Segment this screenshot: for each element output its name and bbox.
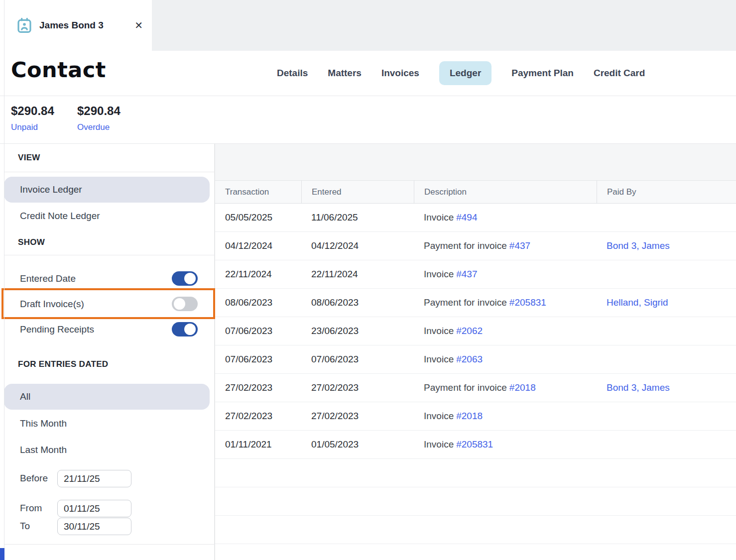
- invoice-number-link[interactable]: #205831: [509, 297, 546, 308]
- paid-by-cell: Bond 3, James: [597, 374, 736, 402]
- description-cell: Invoice#205831: [414, 431, 597, 458]
- entered-date-cell: 07/06/2023: [301, 345, 414, 373]
- entered-date-cell: 04/12/2024: [301, 232, 414, 260]
- description-cell: Invoice#437: [414, 260, 597, 288]
- paid-by-cell: [597, 204, 736, 231]
- nav-tab-payment-plan[interactable]: Payment Plan: [511, 61, 574, 85]
- summary-amount: $290.84: [11, 104, 54, 118]
- close-icon[interactable]: ✕: [134, 20, 143, 30]
- ledger-row: 27/02/2023 27/02/2023 Payment for invoic…: [215, 374, 736, 402]
- invoice-number-link[interactable]: #2062: [456, 326, 483, 336]
- invoice-number-link[interactable]: #437: [456, 269, 477, 279]
- tab-strip: James Bond 3 ✕: [0, 0, 736, 51]
- invoice-number-link[interactable]: #494: [456, 212, 477, 223]
- sidebar-item-all[interactable]: All: [4, 384, 210, 410]
- description-text: Invoice: [424, 212, 454, 223]
- unpaid-link[interactable]: Unpaid: [11, 122, 54, 132]
- ledger-row: 07/06/2023 07/06/2023 Invoice#2063: [215, 345, 736, 374]
- entered-date-toggle[interactable]: [172, 271, 198, 286]
- entered-date-cell: 08/06/2023: [301, 289, 414, 317]
- sidebar-item-invoice-ledger[interactable]: Invoice Ledger: [4, 177, 210, 203]
- transaction-date-cell: 27/02/2023: [215, 402, 301, 430]
- paid-by-link[interactable]: Bond 3, James: [607, 240, 670, 251]
- paid-by-cell: [597, 317, 736, 345]
- contact-tab[interactable]: James Bond 3 ✕: [4, 0, 152, 51]
- transaction-date-cell: 22/11/2024: [215, 260, 301, 288]
- transaction-date-cell: 07/06/2023: [215, 345, 301, 373]
- nav-tab-details[interactable]: Details: [277, 61, 308, 85]
- ledger-row: 01/11/2021 01/05/2023 Invoice#205831: [215, 431, 736, 459]
- nav-tab-matters[interactable]: Matters: [328, 61, 362, 85]
- entered-date-cell: 22/11/2024: [301, 260, 414, 288]
- paid-by-cell: [597, 260, 736, 288]
- sidebar-item-label: Invoice Ledger: [20, 184, 82, 195]
- sidebar-item-this-month[interactable]: This Month: [20, 417, 67, 431]
- toggle-row-draft-invoices: Draft Invoice(s): [4, 297, 214, 311]
- from-date-input[interactable]: [57, 500, 131, 517]
- description-cell: Invoice#494: [414, 204, 597, 231]
- sidebar-item-last-month[interactable]: Last Month: [20, 443, 67, 457]
- summary-bar: $290.84 Unpaid $290.84 Overdue: [0, 96, 736, 144]
- sidebar-item-credit-note-ledger[interactable]: Credit Note Ledger: [20, 209, 100, 223]
- draft-invoices-toggle[interactable]: [172, 297, 198, 311]
- description-text: Invoice: [424, 354, 454, 364]
- invoice-number-link[interactable]: #205831: [456, 439, 493, 449]
- overdue-link[interactable]: Overdue: [77, 122, 121, 132]
- to-date-input[interactable]: [57, 518, 131, 535]
- invoice-number-link[interactable]: #2018: [456, 411, 483, 421]
- table-header-row: Transaction Entered Description Paid By: [215, 181, 736, 204]
- page-title: Contact: [11, 57, 106, 82]
- transaction-date-cell: 04/12/2024: [215, 232, 301, 260]
- before-date-input[interactable]: [57, 470, 131, 487]
- table-top-band: [215, 144, 736, 181]
- paid-by-cell: [597, 431, 736, 458]
- entered-date-cell: 23/06/2023: [301, 317, 414, 345]
- transaction-date-cell: 08/06/2023: [215, 289, 301, 317]
- view-section-header: VIEW: [18, 151, 40, 165]
- ledger-row: 22/11/2024 22/11/2024 Invoice#437: [215, 260, 736, 289]
- paid-by-link[interactable]: Bond 3, James: [607, 382, 670, 393]
- summary-item: $290.84 Unpaid: [11, 104, 54, 132]
- pending-receipts-toggle[interactable]: [172, 322, 198, 336]
- invoice-number-link[interactable]: #2063: [456, 354, 483, 364]
- invoice-number-link[interactable]: #2018: [509, 382, 536, 393]
- description-text: Payment for invoice: [424, 297, 507, 308]
- toggle-label: Pending Receipts: [20, 322, 94, 336]
- toggle-knob: [184, 324, 196, 335]
- summary-item: $290.84 Overdue: [77, 104, 121, 132]
- divider: [4, 544, 214, 545]
- window-left-border: [4, 0, 4, 560]
- paid-by-cell: [597, 345, 736, 373]
- paid-by-link[interactable]: Helland, Sigrid: [607, 297, 668, 308]
- empty-row: [215, 516, 736, 544]
- summary-amount: $290.84: [77, 104, 121, 118]
- description-cell: Invoice#2062: [414, 317, 597, 345]
- column-header-transaction: Transaction: [215, 181, 301, 203]
- toggle-row-entered-date: Entered Date: [4, 271, 214, 286]
- nav-tab-invoices[interactable]: Invoices: [381, 61, 419, 85]
- entered-date-cell: 11/06/2025: [301, 204, 414, 231]
- ledger-row: 05/05/2025 11/06/2025 Invoice#494: [215, 204, 736, 232]
- toggle-row-pending-receipts: Pending Receipts: [4, 322, 214, 336]
- dated-section-header: FOR ENTRIES DATED: [18, 357, 108, 371]
- description-text: Payment for invoice: [424, 240, 507, 251]
- column-header-entered: Entered: [301, 181, 414, 203]
- nav-tab-credit-card[interactable]: Credit Card: [594, 61, 645, 85]
- nav-tab-ledger[interactable]: Ledger: [439, 61, 491, 85]
- table-body: 05/05/2025 11/06/2025 Invoice#494 04/12/…: [215, 204, 736, 544]
- invoice-number-link[interactable]: #437: [509, 240, 530, 251]
- ledger-row: 07/06/2023 23/06/2023 Invoice#2062: [215, 317, 736, 345]
- description-text: Invoice: [424, 411, 454, 421]
- entered-date-cell: 27/02/2023: [301, 402, 414, 430]
- filter-sidebar: VIEW Invoice Ledger Credit Note Ledger S…: [4, 144, 215, 560]
- sidebar-item-label: All: [20, 391, 30, 402]
- transaction-date-cell: 07/06/2023: [215, 317, 301, 345]
- description-cell: Payment for invoice#2018: [414, 374, 597, 402]
- corner-floating-element: [0, 548, 4, 560]
- empty-row: [215, 459, 736, 487]
- description-text: Invoice: [424, 326, 454, 336]
- empty-row: [215, 487, 736, 516]
- entered-date-cell: 27/02/2023: [301, 374, 414, 402]
- ledger-row: 08/06/2023 08/06/2023 Payment for invoic…: [215, 289, 736, 317]
- description-text: Invoice: [424, 269, 454, 279]
